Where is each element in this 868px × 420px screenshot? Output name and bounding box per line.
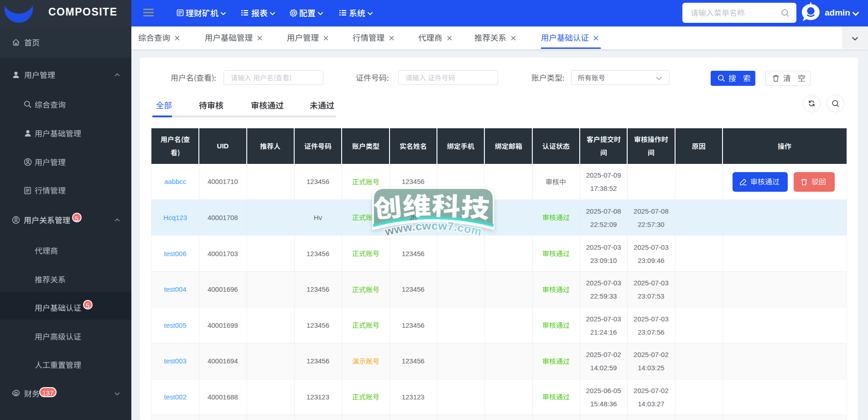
svg-text:www.cwcw7.com: www.cwcw7.com	[383, 219, 483, 238]
